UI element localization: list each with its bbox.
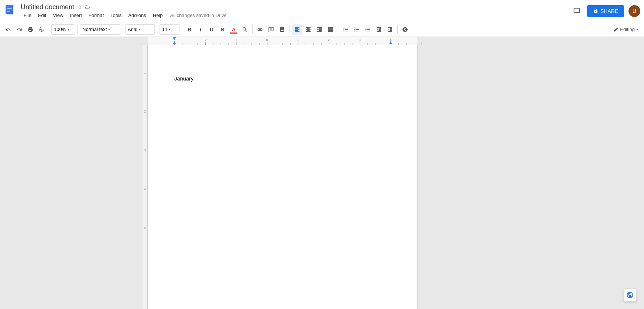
text-color-button[interactable]: A [229,24,239,35]
doc-title-row: Untitled document ☆ 🗁 [21,3,571,11]
title-bar: Untitled document ☆ 🗁 File Edit View Ins… [0,0,644,22]
undo-button[interactable] [3,24,13,35]
print-button[interactable] [25,24,35,35]
menu-help[interactable]: Help [150,12,166,19]
increase-indent-button[interactable] [385,24,395,35]
ruler-mark-1: 1 [144,71,146,75]
menu-format[interactable]: Format [86,12,107,19]
justify-button[interactable] [325,24,336,35]
redo-icon [16,27,22,32]
strikethrough-button[interactable]: S [217,24,228,35]
editing-mode[interactable]: Editing ▾ [613,27,641,32]
ordered-list-icon [354,27,360,32]
unordered-list-button[interactable] [363,24,373,35]
add-comment-button[interactable] [266,24,276,35]
separator-2 [77,25,78,34]
image-button[interactable] [277,24,287,35]
zoom-value: 100% [54,27,66,32]
left-margin: 1 2 3 4 5 [0,45,148,309]
lock-icon [593,8,598,14]
header-right: SHARE U [571,5,640,17]
font-value: Arial [128,27,137,32]
size-chevron: ▾ [169,27,171,31]
style-value: Normal text [82,27,107,32]
folder-icon[interactable]: 🗁 [85,4,90,10]
comment-icon [573,7,580,15]
underline-button[interactable]: U [206,24,217,35]
align-right-icon [316,27,322,32]
decrease-indent-button[interactable] [374,24,384,35]
zoom-dropdown[interactable]: 100% ▾ [51,24,75,35]
increase-indent-icon [387,27,393,32]
align-center-icon [305,27,311,32]
print-icon [27,27,33,32]
separator-1 [49,25,49,34]
italic-button[interactable]: I [195,24,206,35]
separator-6 [252,25,253,34]
document-text[interactable]: January [174,75,391,83]
document-page: January [148,45,417,309]
ruler-canvas [0,37,644,45]
bold-button[interactable]: B [184,24,195,35]
clear-formatting-icon [402,27,408,32]
separator-7 [290,25,290,34]
menu-edit[interactable]: Edit [35,12,49,19]
ordered-list-button[interactable] [352,24,362,35]
justify-icon [328,27,333,32]
separator-4 [157,25,157,34]
redo-button[interactable] [14,24,24,35]
font-dropdown[interactable]: Arial ▾ [125,24,155,35]
align-center-button[interactable] [303,24,314,35]
ruler-mark-3: 3 [144,148,146,152]
spellcheck-icon [38,27,44,32]
editing-mode-chevron: ▾ [636,27,638,31]
comment-button[interactable] [571,5,583,17]
font-chevron: ▾ [139,27,141,31]
docs-icon [4,4,17,18]
separator-8 [338,25,338,34]
align-left-button[interactable] [292,24,302,35]
align-left-icon [294,27,300,32]
highlight-button[interactable] [240,24,250,35]
align-right-button[interactable] [314,24,325,35]
document-title[interactable]: Untitled document [21,3,74,11]
zoom-chevron: ▾ [68,27,69,31]
menu-tools[interactable]: Tools [107,12,124,19]
share-button[interactable]: SHARE [587,5,624,17]
main-area: 1 2 3 4 5 January [0,45,644,309]
unordered-list-icon [365,27,371,32]
ruler-mark-5: 5 [144,226,146,230]
style-dropdown[interactable]: Normal text ▾ [80,24,120,35]
separator-3 [123,25,123,34]
line-spacing-button[interactable] [340,24,351,35]
separator-5 [182,25,182,34]
menu-file[interactable]: File [21,12,34,19]
undo-icon [5,27,11,32]
toolbar: 100% ▾ Normal text ▾ Arial ▾ 11 ▾ B I U … [0,22,644,37]
save-status: All changes saved in Drive [170,13,227,18]
svg-rect-2 [7,8,12,8]
editing-mode-label: Editing [620,27,635,32]
document-content[interactable]: January [148,45,417,112]
add-comment-icon [268,27,274,32]
menu-view[interactable]: View [50,12,66,19]
link-button[interactable] [255,24,265,35]
user-avatar[interactable]: U [628,5,640,17]
fab-button[interactable] [623,288,637,302]
explore-icon [626,291,634,299]
font-size-dropdown[interactable]: 11 ▾ [160,24,179,35]
menu-addons[interactable]: Add-ons [125,12,149,19]
link-icon [257,27,263,32]
decrease-indent-icon [376,27,382,32]
vertical-ruler: 1 2 3 4 5 [143,45,148,309]
svg-rect-4 [7,11,10,11]
menu-insert[interactable]: Insert [67,12,85,19]
spellcheck-button[interactable] [36,24,47,35]
title-icons: ☆ 🗁 [77,4,90,11]
svg-rect-3 [7,10,12,10]
menu-bar: File Edit View Insert Format Tools Add-o… [21,12,571,19]
title-section: Untitled document ☆ 🗁 File Edit View Ins… [21,3,571,19]
edit-mode-icon [613,27,619,32]
star-icon[interactable]: ☆ [77,4,82,11]
clear-formatting-button[interactable] [400,24,410,35]
